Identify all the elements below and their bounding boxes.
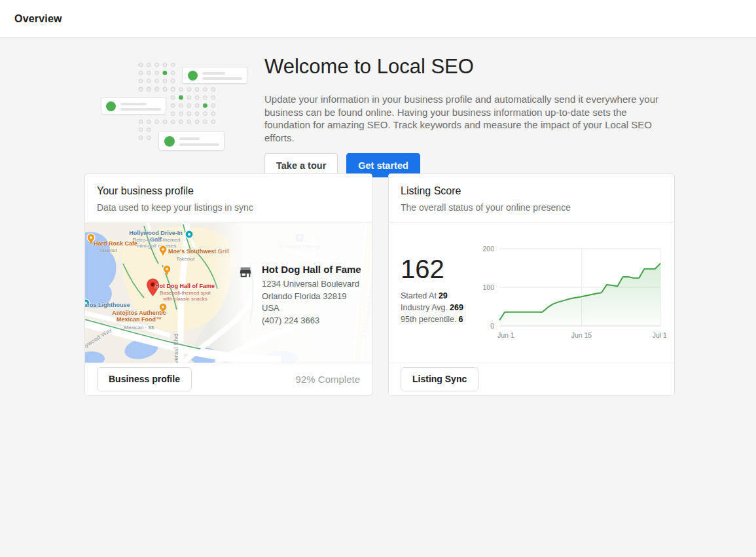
business-address-line3: USA — [262, 302, 367, 315]
listing-score-stats: Started At29 Industry Avg.269 95th perce… — [401, 290, 463, 325]
business-phone: (407) 224 3663 — [262, 315, 367, 327]
storefront-icon — [238, 264, 253, 327]
welcome-title: Welcome to Local SEO — [264, 55, 674, 79]
listing-sync-button[interactable]: Listing Sync — [401, 367, 478, 391]
stat-95th-percentile: 95th percentile.6 — [401, 314, 463, 325]
page-title: Overview — [14, 13, 62, 25]
stat-industry-avg: Industry Avg.269 — [401, 302, 463, 314]
business-name: Hot Dog Hall of Fame — [262, 264, 367, 276]
green-dot-icon — [164, 136, 175, 147]
welcome-description: Update your information in your business… — [264, 93, 665, 144]
business-address-line2: Orlando Florida 32819 — [262, 291, 367, 303]
green-dot-icon — [188, 71, 198, 81]
illustration-listing-card — [158, 131, 225, 151]
listing-score-card: Listing Score The overall status of your… — [388, 173, 675, 396]
topbar: Overview — [0, 0, 756, 38]
green-dot-icon — [106, 101, 116, 111]
svg-text:Jun 1: Jun 1 — [497, 331, 514, 339]
business-info: Hot Dog Hall of Fame 1234 Universal Boul… — [238, 264, 367, 327]
svg-text:0: 0 — [490, 322, 494, 330]
business-profile-button[interactable]: Business profile — [97, 367, 192, 391]
svg-text:Jul 1: Jul 1 — [653, 331, 667, 339]
listing-score-chart: 0100200Jun 1Jun 15Jul 1 — [465, 240, 668, 344]
business-address-line1: 1234 Universal Boulevard — [262, 278, 367, 291]
svg-text:100: 100 — [482, 283, 494, 291]
illustration-listing-card — [101, 98, 166, 115]
svg-text:Jun 15: Jun 15 — [571, 331, 592, 339]
listings-illustration — [98, 60, 255, 153]
welcome-section: Welcome to Local SEO Update your informa… — [264, 55, 674, 177]
card-subtitle: Data used to keep your listings in sync — [97, 202, 360, 213]
local-seo-overview-page: Overview Welcome to Local SEO Update you… — [0, 0, 756, 557]
profile-completion-status: 92% Complete — [296, 374, 360, 385]
card-title: Listing Score — [401, 185, 662, 197]
svg-text:200: 200 — [482, 245, 494, 253]
listing-score-value: 162 — [401, 255, 444, 284]
card-title: Your business profile — [97, 185, 360, 197]
business-profile-card: Your business profile Data used to keep … — [84, 173, 372, 396]
stat-started-at: Started At29 — [401, 290, 463, 302]
business-location-map: Hollywood Drive-In Golf Retro-movie-them… — [85, 223, 372, 363]
card-subtitle: The overall status of your online presen… — [401, 202, 662, 213]
illustration-listing-card — [182, 67, 247, 84]
